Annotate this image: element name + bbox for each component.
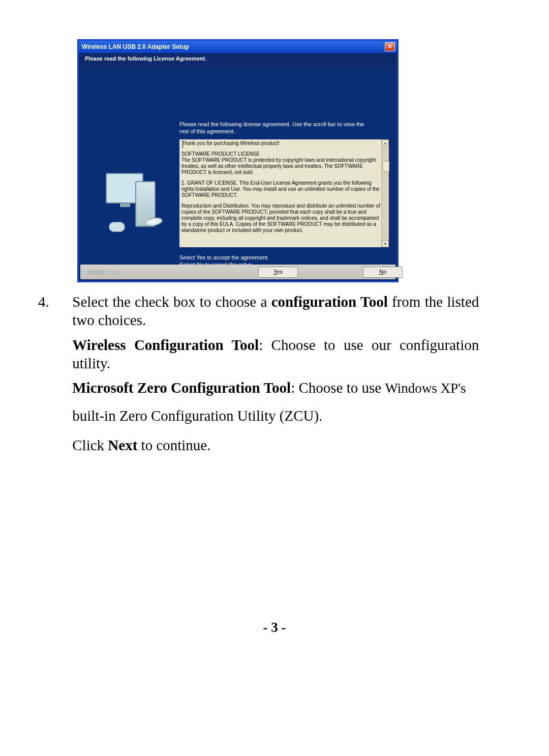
scrollbar[interactable]: ▲ ▼ <box>381 139 389 247</box>
yes-button[interactable]: Yes <box>258 267 298 278</box>
eula-line: SOFTWARE PRODUCT LICENSE The SOFTWARE PR… <box>181 151 382 176</box>
eula-line: Reproduction and Distribution. You may r… <box>181 203 382 234</box>
window-title: Wireless LAN USB 2.0 Adapter Setup <box>82 43 189 50</box>
eula-line: Thank you for purchasing Wireless produc… <box>181 140 382 147</box>
document-body: 4. Select the check box to choose a conf… <box>38 293 480 460</box>
license-content: Thank you for purchasing Wireless produc… <box>181 140 382 246</box>
step-number: 4. <box>38 293 69 311</box>
no-button[interactable]: No <box>363 267 403 278</box>
wct-text: Wireless Configuration Tool: Choose to u… <box>72 336 479 373</box>
installshield-brand: InstallShield <box>87 269 120 276</box>
installer-window: Wireless LAN USB 2.0 Adapter Setup ✕ Ple… <box>77 39 399 282</box>
dialog-footer: InstallShield Yes No <box>80 265 395 279</box>
computer-illustration <box>96 167 162 233</box>
eula-line: 1. GRANT OF LICENSE. This End-User Licen… <box>181 180 382 198</box>
titlebar: Wireless LAN USB 2.0 Adapter Setup ✕ <box>79 41 397 53</box>
dialog-body: Please read the following license agreem… <box>80 70 395 265</box>
next-text: Click Next to continue. <box>72 436 479 454</box>
subheader: Please read the following License Agreem… <box>79 53 397 64</box>
scroll-down-icon[interactable]: ▼ <box>382 240 389 247</box>
scroll-thumb[interactable] <box>382 161 389 172</box>
lead-text: Please read the following license agreem… <box>179 121 368 135</box>
zcu-text: built-in Zero Configuration Utility (ZCU… <box>72 406 479 425</box>
page-number: - 3 - <box>0 620 549 635</box>
license-textbox[interactable]: Thank you for purchasing Wireless produc… <box>179 139 389 247</box>
text-caret <box>182 142 183 148</box>
close-icon[interactable]: ✕ <box>385 42 395 51</box>
step-text: Select the check box to choose a configu… <box>72 293 479 330</box>
mzc-text: Microsoft Zero Configuration Tool: Choos… <box>72 379 479 397</box>
scroll-up-icon[interactable]: ▲ <box>382 139 389 147</box>
